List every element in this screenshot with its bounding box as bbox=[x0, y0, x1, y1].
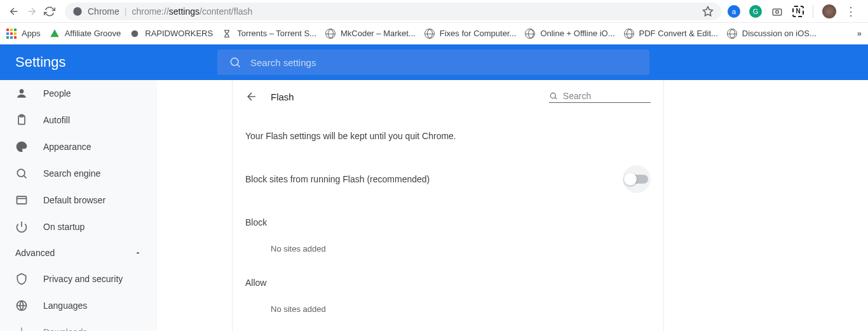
block-flash-label: Block sites from running Flash (recommen… bbox=[245, 174, 430, 184]
host-label: Chrome bbox=[88, 6, 119, 17]
power-icon bbox=[15, 220, 28, 233]
svg-marker-1 bbox=[703, 6, 713, 15]
bookmark-item[interactable]: Online + Offline iO... bbox=[525, 29, 614, 39]
globe-icon bbox=[325, 29, 336, 39]
globe-icon bbox=[424, 29, 435, 39]
svg-point-3 bbox=[776, 10, 779, 13]
apps-shortcut[interactable]: Apps bbox=[6, 29, 41, 39]
browser-toolbar: Chrome | chrome://settings/content/flash… bbox=[0, 0, 868, 23]
allow-section-heading: Allow bbox=[245, 262, 651, 295]
block-section-heading: Block bbox=[245, 202, 651, 235]
bookmark-star-icon[interactable] bbox=[702, 6, 714, 17]
svg-rect-10 bbox=[17, 196, 27, 204]
svg-point-5 bbox=[231, 58, 238, 65]
reload-button[interactable] bbox=[41, 3, 58, 20]
globe-icon bbox=[525, 29, 535, 39]
extension-camera-icon[interactable] bbox=[771, 5, 783, 18]
extension-icons: a G N ⋮ bbox=[721, 4, 863, 18]
clipboard-icon bbox=[15, 114, 28, 126]
search-icon bbox=[549, 91, 558, 101]
palette-icon bbox=[15, 140, 28, 153]
bookmark-item[interactable]: Discussion on iOS... bbox=[727, 29, 817, 39]
globe-icon bbox=[624, 29, 634, 39]
chevron-up-icon bbox=[134, 249, 142, 257]
sidebar-item-people[interactable]: People bbox=[0, 80, 157, 107]
flash-settings-card: Flash Your Flash settings will be kept u… bbox=[232, 80, 664, 331]
bookmarks-bar: Apps Affiliate Groove RAPIDWORKERS Torre… bbox=[0, 23, 868, 44]
chrome-icon bbox=[72, 6, 83, 17]
apps-icon bbox=[6, 29, 17, 39]
card-header: Flash bbox=[233, 80, 663, 113]
search-icon bbox=[15, 167, 28, 180]
person-icon bbox=[15, 87, 28, 100]
svg-point-12 bbox=[550, 93, 555, 98]
url-text: chrome://settings/content/flash bbox=[132, 6, 252, 17]
card-search[interactable] bbox=[549, 91, 651, 103]
settings-search[interactable] bbox=[217, 50, 649, 75]
download-icon bbox=[15, 326, 28, 331]
sidebar-item-search-engine[interactable]: Search engine bbox=[0, 160, 157, 187]
settings-title: Settings bbox=[15, 54, 66, 71]
sidebar-item-appearance[interactable]: Appearance bbox=[0, 133, 157, 160]
extension-n-icon[interactable]: N bbox=[792, 6, 804, 17]
settings-search-input[interactable] bbox=[250, 57, 638, 68]
globe-icon bbox=[727, 29, 737, 39]
allow-empty-text: No sites added bbox=[245, 295, 651, 323]
bookmark-item[interactable]: RAPIDWORKERS bbox=[130, 29, 213, 39]
sidebar-item-autofill[interactable]: Autofill bbox=[0, 107, 157, 133]
toggle-switch bbox=[625, 175, 648, 184]
search-icon bbox=[229, 56, 241, 69]
address-bar[interactable]: Chrome | chrome://settings/content/flash bbox=[65, 3, 721, 20]
settings-header: Settings bbox=[0, 44, 868, 80]
forward-button[interactable] bbox=[23, 3, 41, 20]
bookmark-item[interactable]: PDF Convert & Edit... bbox=[624, 29, 718, 39]
sidebar-item-on-startup[interactable]: On startup bbox=[0, 213, 157, 240]
browser-icon bbox=[15, 194, 28, 206]
bookmarks-overflow-icon[interactable]: » bbox=[857, 29, 862, 38]
sidebar-advanced-toggle[interactable]: Advanced bbox=[0, 240, 157, 266]
globe-icon bbox=[15, 299, 28, 312]
profile-avatar[interactable] bbox=[822, 4, 836, 18]
bookmark-item[interactable]: Affiliate Groove bbox=[50, 29, 121, 39]
settings-sidebar: People Autofill Appearance Search engine… bbox=[0, 80, 157, 331]
svg-rect-2 bbox=[773, 9, 782, 15]
shield-icon bbox=[15, 273, 28, 285]
sidebar-item-default-browser[interactable]: Default browser bbox=[0, 187, 157, 213]
bookmark-item[interactable]: MkCoder – Market... bbox=[325, 29, 416, 39]
bookmark-favicon bbox=[222, 29, 232, 39]
block-flash-toggle[interactable] bbox=[623, 165, 651, 193]
sidebar-item-downloads[interactable]: Downloads bbox=[0, 319, 157, 331]
settings-main: Flash Your Flash settings will be kept u… bbox=[157, 80, 868, 331]
bookmark-item[interactable]: Torrents – Torrent S... bbox=[222, 29, 316, 39]
card-search-input[interactable] bbox=[563, 91, 651, 101]
back-button[interactable] bbox=[5, 3, 23, 20]
svg-point-0 bbox=[73, 7, 81, 15]
block-flash-row: Block sites from running Flash (recommen… bbox=[245, 156, 651, 202]
block-empty-text: No sites added bbox=[245, 235, 651, 262]
extension-a-icon[interactable]: a bbox=[728, 5, 740, 18]
browser-menu-icon[interactable]: ⋮ bbox=[845, 4, 857, 18]
flash-description: Your Flash settings will be kept until y… bbox=[245, 118, 651, 156]
bookmark-favicon bbox=[50, 29, 60, 39]
page-title: Flash bbox=[271, 91, 294, 102]
card-back-button[interactable] bbox=[245, 90, 258, 103]
svg-point-9 bbox=[17, 169, 25, 177]
bookmark-item[interactable]: Fixes for Computer... bbox=[424, 29, 517, 39]
svg-point-4 bbox=[132, 30, 139, 37]
sidebar-item-privacy[interactable]: Privacy and security bbox=[0, 266, 157, 292]
bookmark-favicon bbox=[130, 29, 140, 39]
svg-point-6 bbox=[20, 89, 24, 93]
card-body: Your Flash settings will be kept until y… bbox=[233, 113, 663, 331]
extension-g-icon[interactable]: G bbox=[749, 5, 762, 18]
sidebar-item-languages[interactable]: Languages bbox=[0, 292, 157, 319]
